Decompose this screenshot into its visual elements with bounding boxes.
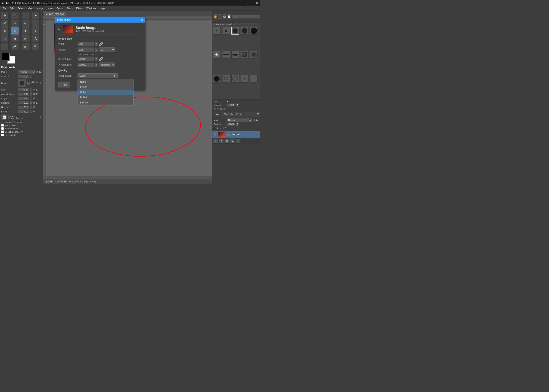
tab-channels[interactable]: Channels — [222, 112, 235, 117]
angle-down[interactable]: ▼ — [30, 98, 32, 100]
preset-dropdown-btn[interactable]: ▼ — [226, 100, 229, 103]
dialog-close-button[interactable]: ✕ — [141, 18, 143, 22]
tool-perspective[interactable]: ⊿ — [11, 19, 19, 27]
tool-paintbrush[interactable]: ✏ — [11, 27, 19, 35]
foreground-color[interactable] — [2, 53, 10, 61]
layers-opacity-input[interactable]: 100,0 — [226, 123, 235, 126]
layer-up-btn[interactable]: ▲ — [230, 139, 235, 143]
unit-select[interactable]: px — [45, 180, 53, 183]
tool-zoom[interactable]: 🔍 — [32, 43, 39, 50]
spacing-reset-icon[interactable]: ↺ — [33, 101, 35, 105]
width-input[interactable]: 300 — [78, 42, 93, 46]
layers-mode-extra[interactable]: ▶ — [256, 119, 258, 122]
interp-option-lohalo[interactable]: LoHalo — [78, 100, 133, 105]
brush-spacing-down[interactable]: ▼ — [236, 105, 239, 107]
tool-paths[interactable]: ⌒ — [1, 43, 8, 50]
layers-mode-reset[interactable]: ↺ — [253, 119, 255, 122]
layers-opacity-down[interactable]: ▼ — [236, 124, 239, 126]
minimize-btn[interactable]: — — [247, 1, 250, 5]
aspect-reset-icon[interactable]: ↺ — [33, 92, 35, 96]
tool-text[interactable]: A — [32, 35, 39, 42]
force-input[interactable]: 50,0 — [18, 110, 29, 113]
spacing-down[interactable]: ▼ — [30, 103, 32, 105]
spacing-up[interactable]: ▲ — [30, 101, 32, 103]
size-input[interactable]: 51,00 — [18, 88, 29, 91]
layers-lock-alpha-icon[interactable]: ⬡ — [225, 127, 227, 130]
layers-opacity-up[interactable]: ▲ — [236, 122, 239, 124]
menu-image[interactable]: Image — [35, 7, 45, 10]
incremental-checkbox[interactable] — [1, 133, 4, 136]
tab-close-icon[interactable]: ✕ — [46, 13, 48, 15]
brush-spacing-input[interactable]: 10,0 — [226, 104, 235, 107]
aspect-input[interactable]: 0,00 — [18, 92, 29, 96]
help-button[interactable]: Help — [58, 82, 70, 87]
brush-thumb-1[interactable] — [213, 27, 221, 35]
hardness-reset-icon[interactable]: ↺ — [33, 106, 35, 109]
menu-file[interactable]: File — [1, 7, 8, 10]
xres-up[interactable]: ▲ — [95, 57, 98, 59]
size-up[interactable]: ▲ — [30, 88, 32, 90]
yres-down[interactable]: ▼ — [95, 65, 98, 67]
menu-edit[interactable]: Edit — [8, 7, 16, 10]
layer-item[interactable]: 👁 IMG_2952-30 — [212, 131, 260, 138]
color-swatch-icon-btn[interactable]: 🎨 — [214, 14, 217, 19]
layers-mode-select[interactable]: Normal — [226, 118, 252, 122]
width-down[interactable]: ▼ — [95, 44, 98, 46]
height-down[interactable]: ▼ — [95, 50, 98, 52]
brush-thumb-8[interactable] — [231, 51, 239, 58]
size-extra-icon[interactable]: ⊡ — [36, 88, 38, 91]
brush-thumb-4[interactable] — [241, 27, 249, 35]
xres-yres-link-icon[interactable]: 🔗 — [99, 57, 103, 61]
dimension-unit-select[interactable]: px — [99, 47, 115, 52]
tool-align[interactable]: ⊞ — [21, 43, 29, 50]
brush-copy-icon[interactable]: ⊡ — [217, 107, 219, 111]
h-scrollbar[interactable] — [43, 176, 212, 179]
dynamics-edit-icon[interactable]: ✎ — [39, 116, 42, 119]
interp-option-cubic[interactable]: Cubic — [78, 90, 133, 95]
spacing-input[interactable]: 10,0 — [18, 101, 29, 105]
interp-select-box[interactable]: Cubic ▼ — [78, 73, 118, 78]
apply-jitter-checkbox[interactable] — [1, 124, 4, 127]
menu-select[interactable]: Select — [16, 7, 26, 10]
brush-delete-icon[interactable]: ✕ — [220, 107, 222, 111]
mode-extra-icon[interactable]: ▶ — [39, 70, 42, 73]
aspect-down[interactable]: ▼ — [30, 94, 32, 96]
pattern-icon-btn[interactable]: ⬛ — [218, 14, 222, 19]
yres-up[interactable]: ▲ — [95, 63, 98, 65]
opacity-input[interactable]: 100,0 — [18, 75, 29, 78]
angle-up[interactable]: ▲ — [30, 97, 32, 98]
brush-filter-input[interactable] — [232, 15, 260, 19]
force-up[interactable]: ▲ — [30, 110, 32, 112]
layers-lock-move-icon[interactable]: + — [223, 127, 224, 130]
brush-preview[interactable] — [18, 79, 26, 87]
canvas-tab[interactable]: ✕ IMG_2952-300 — [44, 12, 66, 16]
yres-input[interactable]: 72,000 — [78, 63, 93, 67]
hardness-up[interactable]: ▲ — [30, 105, 32, 107]
brush-edit-icon[interactable]: ✎ — [39, 82, 42, 85]
opacity-up[interactable]: ▲ — [30, 75, 32, 77]
force-reset-icon[interactable]: ↺ — [33, 110, 35, 113]
brush-thumb-2[interactable] — [222, 27, 230, 35]
lock-brush-checkbox[interactable] — [1, 130, 4, 133]
menu-view[interactable]: View — [26, 7, 35, 10]
menu-filters[interactable]: Filters — [75, 7, 84, 10]
mode-reset-icon[interactable]: ↺ — [36, 70, 39, 73]
tool-free-select[interactable]: ⌒ — [21, 12, 29, 19]
brush-thumb-15[interactable]: + — [250, 75, 258, 83]
document-icon-btn[interactable]: 📄 — [228, 14, 231, 19]
size-down[interactable]: ▼ — [30, 90, 32, 91]
tool-eyedropper[interactable]: 💉 — [11, 43, 19, 50]
brush-thumb-14[interactable]: + — [241, 75, 249, 83]
height-input[interactable]: 225 — [78, 48, 93, 52]
tool-eraser[interactable]: ◻ — [1, 35, 8, 42]
layer-delete-btn[interactable]: ✕ — [224, 139, 229, 143]
angle-input[interactable]: 0,00 — [18, 97, 29, 100]
menu-windows[interactable]: Windows — [85, 7, 98, 10]
brush-thumb-13[interactable] — [231, 75, 239, 83]
force-down[interactable]: ▼ — [30, 112, 32, 113]
layers-lock-paint-icon[interactable]: ✏ — [220, 127, 222, 130]
xres-input[interactable]: 72,000 — [78, 57, 93, 61]
spacing-extra-icon[interactable]: ⊡ — [36, 101, 38, 104]
tool-bucket[interactable]: ▦ — [11, 35, 19, 42]
tool-rect-select[interactable]: ⬚ — [11, 12, 19, 19]
